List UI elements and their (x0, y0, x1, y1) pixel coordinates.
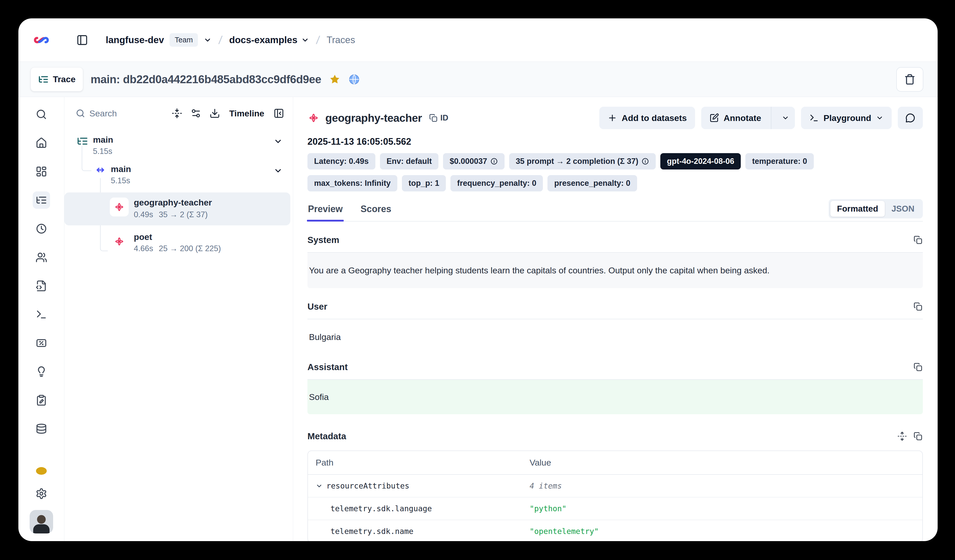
copy-section-button[interactable] (913, 431, 923, 441)
breadcrumb-page[interactable]: Traces (327, 35, 355, 45)
tree-row-generation-geography-teacher[interactable]: geography-teacher 0.49s 35 → 2 (Σ 37) (64, 192, 293, 225)
generation-icon (307, 112, 320, 124)
rail-item-dashboards[interactable] (33, 163, 50, 180)
info-icon[interactable] (642, 158, 649, 165)
copy-section-button[interactable] (913, 302, 923, 311)
metadata-key: telemetry.sdk.language (330, 504, 432, 513)
list-tree-icon (36, 194, 47, 206)
trace-header: Trace main: db22d0a442216b485abd83cc9df6… (19, 62, 938, 97)
user-message-content: Bulgaria (307, 319, 923, 353)
metadata-value: "opentelemetry" (529, 527, 599, 536)
clock-icon (36, 223, 47, 235)
search-input[interactable] (89, 108, 146, 119)
temperature-badge: temperature: 0 (745, 153, 814, 169)
search-icon (36, 108, 47, 120)
comment-button[interactable] (898, 107, 923, 129)
metadata-value: "python" (529, 504, 567, 513)
section-title: System (307, 235, 339, 245)
list-tree-icon (77, 135, 88, 147)
rail-item-search[interactable] (33, 106, 50, 123)
collapse-panel-button[interactable] (274, 108, 284, 119)
frequency-penalty-badge: frequency_penalty: 0 (451, 175, 543, 191)
section-user: User Bulgaria (307, 302, 923, 353)
tree-row-duration: 0.49s (134, 210, 153, 219)
metadata-row-group: resourceAttributes 4 items (308, 475, 922, 497)
search-icon (75, 108, 85, 118)
tree-row-collapse-chevron[interactable] (274, 137, 283, 146)
metadata-table: Path Value resourceAttributes 4 items (307, 451, 923, 541)
info-icon[interactable] (490, 158, 498, 165)
annotate-split-button[interactable]: Annotate (701, 107, 795, 129)
column-path: Path (316, 458, 333, 468)
annotate-dropdown-chevron[interactable] (776, 107, 795, 129)
rail-item-datasets[interactable] (33, 420, 50, 438)
terminal-icon (36, 308, 47, 320)
left-rail (19, 97, 64, 541)
sidebar-toggle-button[interactable] (75, 33, 90, 48)
database-icon (36, 423, 47, 435)
expand-metadata-button[interactable] (897, 431, 907, 441)
add-to-datasets-button[interactable]: Add to datasets (599, 107, 695, 129)
view-toggle: Formatted JSON (828, 199, 923, 219)
bookmark-star-button[interactable] (329, 74, 341, 85)
playground-button[interactable]: Playground (801, 107, 892, 129)
rail-item-evaluation[interactable] (33, 334, 50, 352)
generation-icon (113, 201, 125, 213)
tree-row-span-main[interactable]: main 5.15s (64, 160, 293, 189)
tab-scores[interactable]: Scores (360, 204, 392, 221)
breadcrumb: langfuse-dev Team / docs-examples / Trac… (106, 33, 355, 47)
rail-item-judge[interactable] (33, 363, 50, 380)
tab-preview[interactable]: Preview (307, 204, 343, 221)
toggle-json[interactable]: JSON (885, 201, 921, 217)
tree-row-label: main (111, 164, 131, 174)
langfuse-logo[interactable] (19, 31, 64, 49)
rail-item-prompts[interactable] (33, 277, 50, 294)
copy-icon (913, 235, 923, 245)
metadata-key: resourceAttributes (326, 482, 409, 490)
gear-icon (36, 488, 47, 499)
metadata-table-header: Path Value (308, 451, 922, 475)
tree-row-collapse-chevron[interactable] (274, 166, 283, 175)
delete-trace-button[interactable] (896, 67, 923, 92)
trace-type-label: Trace (53, 74, 75, 84)
project-switcher-chevron[interactable] (204, 36, 212, 44)
env-badge: Env: default (380, 153, 438, 169)
collapse-all-button[interactable] (172, 108, 182, 119)
tree-row-generation-poet[interactable]: poet 4.66s 25 → 200 (Σ 225) (64, 230, 293, 257)
download-button[interactable] (210, 108, 220, 119)
toggle-formatted[interactable]: Formatted (830, 201, 885, 217)
tree-row-tokens: 35 → 2 (Σ 37) (159, 210, 208, 219)
timeline-toggle[interactable]: Timeline (229, 108, 264, 119)
tree-search (75, 108, 146, 119)
rail-item-users[interactable] (33, 249, 50, 266)
copy-id-button[interactable]: ID (429, 113, 448, 122)
sliders-icon (191, 108, 201, 119)
rail-item-settings[interactable] (33, 485, 50, 502)
max-tokens-badge: max_tokens: Infinity (307, 175, 397, 191)
double-arrow-icon (94, 164, 106, 176)
generation-icon-chip (110, 197, 129, 216)
file-code-icon (36, 280, 47, 292)
rail-item-sessions[interactable] (33, 220, 50, 237)
rail-item-annotation[interactable] (33, 391, 50, 409)
copy-section-button[interactable] (913, 362, 923, 372)
breadcrumb-section[interactable]: docs-examples (229, 35, 309, 45)
rail-item-home[interactable] (33, 134, 50, 152)
tree-row-trace-main[interactable]: main 5.15s (64, 132, 293, 160)
team-badge: Team (169, 33, 198, 47)
copy-section-button[interactable] (913, 235, 923, 245)
tree-row-duration: 4.66s (134, 244, 153, 253)
section-title: Metadata (307, 431, 346, 441)
copy-icon (913, 431, 923, 441)
chevron-down-icon (301, 36, 309, 44)
project-name[interactable]: langfuse-dev (106, 35, 164, 45)
tree-toolbar: Timeline (64, 97, 293, 130)
rail-item-playground[interactable] (33, 306, 50, 323)
rail-item-traces[interactable] (33, 191, 50, 209)
generation-icon (113, 236, 125, 247)
collapse-group-chevron[interactable] (316, 482, 323, 490)
avatar[interactable] (30, 510, 53, 533)
trace-title: main: db22d0a442216b485abd83cc9df6d9ee (91, 73, 321, 86)
public-link-button[interactable] (348, 74, 360, 85)
tree-settings-button[interactable] (191, 108, 201, 119)
